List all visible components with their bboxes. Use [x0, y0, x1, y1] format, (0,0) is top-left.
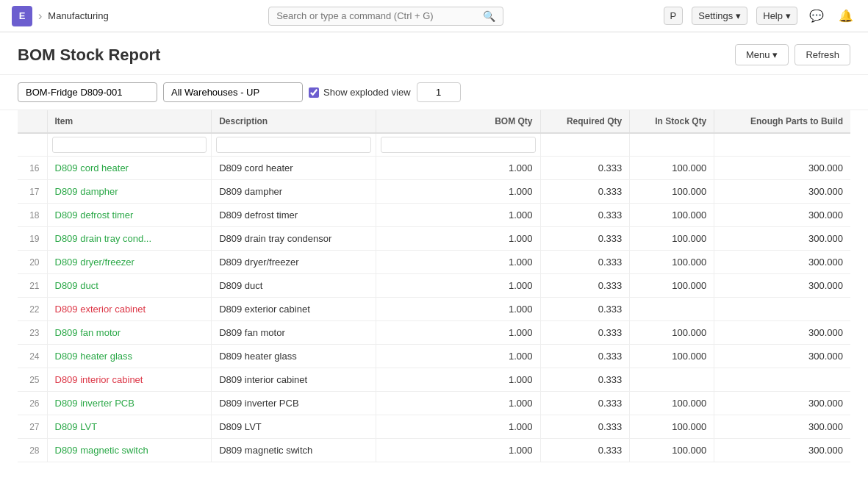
row-item[interactable]: D809 exterior cabinet [47, 298, 212, 321]
row-item[interactable]: D809 drain tray cond... [47, 227, 212, 251]
row-required-qty: 0.333 [540, 180, 630, 204]
row-number: 26 [18, 392, 47, 415]
item-link[interactable]: D809 LVT [55, 421, 98, 432]
row-description: D809 dampher [212, 180, 376, 204]
row-number: 23 [18, 321, 47, 345]
item-link[interactable]: D809 defrost timer [55, 209, 134, 221]
row-number: 16 [18, 157, 47, 180]
table-row: 21 D809 duct D809 duct 1.000 0.333 100.0… [18, 274, 850, 298]
table-row: 24 D809 heater glass D809 heater glass 1… [18, 345, 850, 368]
row-item[interactable]: D809 inverter PCB [47, 392, 212, 415]
row-required-qty: 0.333 [540, 439, 630, 462]
row-in-stock-qty: 100.000 [630, 415, 714, 439]
row-number: 25 [18, 368, 47, 392]
row-bom-qty: 1.000 [376, 204, 540, 227]
filter-enough-cell [714, 133, 850, 157]
filter-in-stock-cell [630, 133, 714, 157]
row-bom-qty: 1.000 [376, 274, 540, 298]
item-link[interactable]: D809 duct [55, 280, 98, 291]
row-bom-qty: 1.000 [376, 321, 540, 345]
item-link[interactable]: D809 exterior cabinet [55, 304, 146, 315]
row-description: D809 duct [212, 274, 376, 298]
chat-icon-button[interactable]: 💬 [806, 6, 827, 26]
qty-input[interactable] [417, 82, 461, 102]
top-nav: E › Manufacturing 🔍 P Settings ▾ Help ▾ … [0, 0, 868, 32]
table-row: 20 D809 dryer/freezer D809 dryer/freezer… [18, 251, 850, 274]
row-required-qty: 0.333 [540, 321, 630, 345]
row-item[interactable]: D809 duct [47, 274, 212, 298]
item-link[interactable]: D809 interior cabinet [55, 374, 143, 385]
search-icon: 🔍 [483, 10, 495, 22]
row-in-stock-qty: 100.000 [630, 392, 714, 415]
desc-filter-input[interactable] [216, 137, 371, 153]
settings-button[interactable]: Settings ▾ [692, 7, 747, 25]
row-number: 18 [18, 204, 47, 227]
item-link[interactable]: D809 dampher [55, 186, 118, 197]
menu-button[interactable]: Menu▾ [735, 44, 789, 65]
item-link[interactable]: D809 drain tray cond... [55, 233, 152, 244]
show-exploded-label[interactable]: Show exploded view [309, 87, 411, 98]
col-enough-parts-header: Enough Parts to Build [714, 110, 850, 133]
row-bom-qty: 1.000 [376, 439, 540, 462]
row-required-qty: 0.333 [540, 298, 630, 321]
row-item[interactable]: D809 LVT [47, 415, 212, 439]
row-item[interactable]: D809 heater glass [47, 345, 212, 368]
page-header: BOM Stock Report Menu▾ Refresh [0, 32, 868, 75]
row-description: D809 exterior cabinet [212, 298, 376, 321]
warehouse-filter-input[interactable] [163, 82, 303, 102]
nav-module[interactable]: Manufacturing [48, 10, 108, 21]
help-button[interactable]: Help ▾ [756, 7, 797, 25]
bom-qty-filter-input[interactable] [381, 137, 536, 153]
row-item[interactable]: D809 cord heater [47, 157, 212, 180]
filter-item-cell[interactable] [47, 133, 212, 157]
bom-filter-input[interactable] [18, 82, 157, 102]
row-in-stock-qty: 100.000 [630, 345, 714, 368]
header-actions: Menu▾ Refresh [735, 44, 850, 65]
table-wrapper: Item Description BOM Qty Required Qty In… [0, 110, 868, 462]
item-link[interactable]: D809 dryer/freezer [55, 257, 134, 268]
refresh-button[interactable]: Refresh [795, 44, 850, 65]
row-required-qty: 0.333 [540, 415, 630, 439]
search-input[interactable] [276, 10, 478, 21]
row-item[interactable]: D809 interior cabinet [47, 368, 212, 392]
item-filter-input[interactable] [52, 137, 207, 153]
filter-num-cell [18, 133, 47, 157]
row-in-stock-qty [630, 298, 714, 321]
row-bom-qty: 1.000 [376, 368, 540, 392]
row-item[interactable]: D809 dampher [47, 180, 212, 204]
item-link[interactable]: D809 magnetic switch [55, 445, 148, 456]
row-description: D809 defrost timer [212, 204, 376, 227]
filter-desc-cell[interactable] [212, 133, 376, 157]
p-button[interactable]: P [664, 7, 684, 25]
table-row: 23 D809 fan motor D809 fan motor 1.000 0… [18, 321, 850, 345]
row-description: D809 fan motor [212, 321, 376, 345]
row-enough-parts: 300.000 [714, 251, 850, 274]
table-row: 17 D809 dampher D809 dampher 1.000 0.333… [18, 180, 850, 204]
item-link[interactable]: D809 cord heater [55, 162, 129, 173]
notification-area: 🔔 [836, 6, 856, 26]
item-link[interactable]: D809 fan motor [55, 327, 121, 338]
notification-bell-button[interactable]: 🔔 [836, 6, 856, 26]
row-item[interactable]: D809 fan motor [47, 321, 212, 345]
item-link[interactable]: D809 inverter PCB [55, 398, 134, 409]
row-number: 20 [18, 251, 47, 274]
row-required-qty: 0.333 [540, 157, 630, 180]
search-box[interactable]: 🔍 [268, 7, 503, 26]
nav-left: E › Manufacturing [12, 6, 109, 26]
item-link[interactable]: D809 heater glass [55, 351, 133, 362]
show-exploded-checkbox[interactable] [309, 87, 319, 98]
row-item[interactable]: D809 defrost timer [47, 204, 212, 227]
table-row: 26 D809 inverter PCB D809 inverter PCB 1… [18, 392, 850, 415]
row-description: D809 drain tray condensor [212, 227, 376, 251]
row-item[interactable]: D809 magnetic switch [47, 439, 212, 462]
row-in-stock-qty: 100.000 [630, 157, 714, 180]
row-item[interactable]: D809 dryer/freezer [47, 251, 212, 274]
row-description: D809 magnetic switch [212, 439, 376, 462]
row-number: 19 [18, 227, 47, 251]
filter-bom-qty-cell[interactable] [376, 133, 540, 157]
table-row: 19 D809 drain tray cond... D809 drain tr… [18, 227, 850, 251]
row-number: 27 [18, 415, 47, 439]
row-bom-qty: 1.000 [376, 180, 540, 204]
row-enough-parts: 300.000 [714, 274, 850, 298]
col-num-header [18, 110, 47, 133]
